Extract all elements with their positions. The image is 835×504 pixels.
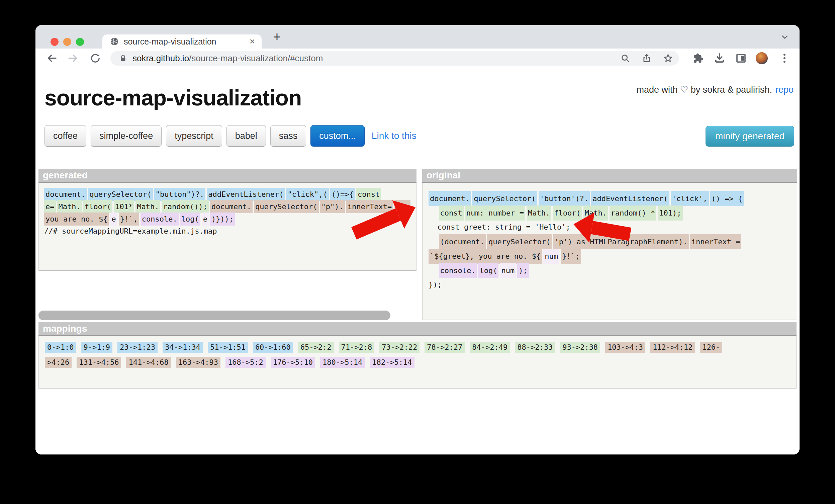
url-text: sokra.github.io/source-map-visualization… bbox=[133, 53, 323, 64]
code-line: console.log(num); bbox=[428, 263, 792, 278]
mapping-chip: 34->1:34 bbox=[163, 342, 203, 353]
mapping-chip: 88->2:33 bbox=[515, 342, 555, 353]
desktop: { "browser": { "tab_title": "source-map-… bbox=[0, 0, 835, 504]
filter-button-coffee[interactable]: coffee bbox=[44, 125, 86, 146]
traffic-light-zoom[interactable] bbox=[76, 38, 84, 46]
mapping-chip: 23->1:23 bbox=[117, 342, 158, 353]
horizontal-scrollbar-thumb[interactable] bbox=[39, 310, 390, 320]
page-title: source-map-visualization bbox=[44, 85, 301, 110]
code-segment: e= bbox=[44, 200, 56, 213]
filter-button-babel[interactable]: babel bbox=[226, 125, 266, 146]
code-segment: }!`, bbox=[119, 213, 139, 225]
filter-button-custom[interactable]: custom... bbox=[310, 125, 365, 146]
code-segment: 'click', bbox=[671, 191, 709, 206]
code-segment: document. bbox=[44, 188, 87, 201]
tab-strip: source-map-visualization × + bbox=[36, 25, 799, 48]
code-segment: addEventListener( bbox=[207, 188, 285, 201]
minify-generated-button[interactable]: minify generated bbox=[706, 126, 794, 146]
traffic-light-minimize[interactable] bbox=[63, 38, 71, 46]
mapping-chip: >4:26 bbox=[45, 357, 72, 368]
code-segment: "button")?. bbox=[154, 188, 206, 201]
mappings-row: >4:26131->4:56141->4:68163->4:93168->5:2… bbox=[45, 356, 790, 370]
forward-icon[interactable] bbox=[67, 52, 79, 64]
mappings-list: 0->1:09->1:923->1:2334->1:3451->1:5160->… bbox=[39, 336, 796, 388]
lock-icon[interactable] bbox=[119, 54, 127, 62]
mapping-chip: 182->5:14 bbox=[370, 357, 414, 368]
code-segment: floor( bbox=[83, 200, 113, 213]
code-segment: "click",( bbox=[286, 188, 329, 201]
original-code-area: document.querySelector('button')?.addEve… bbox=[422, 183, 797, 320]
mapping-chip: 141->4:68 bbox=[126, 357, 170, 368]
filter-button-typescript[interactable]: typescript bbox=[166, 125, 222, 146]
tab-search-chevron-icon[interactable] bbox=[780, 33, 790, 42]
code-segment: querySelector( bbox=[472, 191, 537, 206]
side-panel-icon[interactable] bbox=[735, 52, 747, 64]
code-segment: "p"). bbox=[320, 200, 345, 213]
page-content: made with ♡ by sokra & paulirish.repo so… bbox=[36, 68, 799, 455]
code-segment: console. bbox=[141, 213, 179, 225]
back-icon[interactable] bbox=[46, 52, 58, 64]
code-segment: const bbox=[356, 188, 381, 201]
code-segment: Math. bbox=[136, 200, 160, 213]
mapping-chip: 9->1:9 bbox=[81, 342, 112, 353]
filter-button-sass[interactable]: sass bbox=[270, 125, 306, 146]
code-segment: console. bbox=[439, 263, 477, 278]
code-segment: ()=>{ bbox=[330, 188, 355, 201]
downloads-icon[interactable] bbox=[714, 52, 726, 64]
code-segment: )})); bbox=[210, 213, 235, 225]
mapping-chip: 176->5:10 bbox=[271, 357, 315, 368]
code-segment: you are no. ${ bbox=[44, 213, 109, 225]
code-segment: 101* bbox=[114, 200, 134, 213]
extensions-puzzle-icon[interactable] bbox=[692, 52, 704, 64]
mapping-chip: 93->2:38 bbox=[560, 342, 600, 353]
mapping-chip: 73->2:22 bbox=[379, 342, 420, 353]
code-segment: num: number = bbox=[465, 205, 525, 221]
browser-tab[interactable]: source-map-visualization × bbox=[102, 35, 262, 48]
menu-kebab-icon[interactable] bbox=[778, 52, 791, 64]
link-to-this-link[interactable]: Link to this bbox=[372, 130, 416, 141]
mapping-chip: 112->4:12 bbox=[650, 342, 695, 353]
code-segment: () => { bbox=[710, 191, 744, 206]
mappings-row: 0->1:09->1:923->1:2334->1:3451->1:5160->… bbox=[45, 340, 790, 356]
mapping-chip: 163->4:93 bbox=[176, 357, 221, 368]
mapping-chip: 71->2:8 bbox=[339, 342, 375, 353]
code-segment: const bbox=[439, 205, 464, 221]
filter-button-simplecoffee[interactable]: simple-coffee bbox=[91, 125, 162, 146]
mapping-chip: 0->1:0 bbox=[45, 342, 76, 353]
code-segment: Math. bbox=[527, 205, 551, 221]
code-segment: e bbox=[202, 213, 209, 225]
bookmark-star-icon[interactable] bbox=[663, 53, 673, 63]
mapping-chip: 126- bbox=[700, 342, 722, 353]
mapping-chip: 131->4:56 bbox=[77, 357, 121, 368]
code-segment: ); bbox=[517, 263, 529, 278]
code-line: }); bbox=[428, 278, 792, 292]
code-segment: Math. bbox=[57, 200, 82, 213]
repo-link[interactable]: repo bbox=[775, 85, 794, 95]
mappings-panel: mappings 0->1:09->1:923->1:2334->1:3451-… bbox=[39, 322, 796, 388]
code-line: document.querySelector('button')?.addEve… bbox=[428, 191, 792, 205]
code-segment: querySelector( bbox=[88, 188, 152, 201]
code-segment: addEventListener( bbox=[591, 191, 669, 206]
address-bar[interactable]: sokra.github.io/source-map-visualization… bbox=[110, 51, 679, 66]
mapping-chip: 78->2:27 bbox=[425, 342, 465, 353]
credit-text: made with ♡ by sokra & paulirish. bbox=[637, 85, 772, 95]
mapping-chip: 51->1:51 bbox=[208, 342, 248, 353]
code-segment: querySelector( bbox=[487, 234, 552, 249]
example-filter-bar: coffeesimple-coffeetypescriptbabelsasscu… bbox=[44, 125, 416, 146]
code-segment: const greet: string = 'Hello'; bbox=[429, 220, 570, 234]
generated-panel-header: generated bbox=[39, 169, 416, 183]
traffic-light-close[interactable] bbox=[50, 38, 59, 46]
share-icon[interactable] bbox=[641, 53, 652, 63]
code-segment: `${greet}, you are no. ${ bbox=[429, 249, 542, 264]
tab-title: source-map-visualization bbox=[124, 37, 246, 46]
code-segment: log( bbox=[180, 213, 200, 225]
tab-close-icon[interactable]: × bbox=[246, 36, 259, 47]
mapping-chip: 168->5:2 bbox=[225, 357, 266, 368]
mapping-chip: 84->2:49 bbox=[470, 342, 510, 353]
reload-icon[interactable] bbox=[89, 52, 101, 64]
code-segment bbox=[429, 263, 437, 278]
profile-avatar[interactable] bbox=[756, 52, 768, 64]
search-icon[interactable] bbox=[620, 53, 630, 63]
new-tab-button[interactable]: + bbox=[270, 30, 284, 44]
credit-line: made with ♡ by sokra & paulirish.repo bbox=[637, 84, 794, 95]
